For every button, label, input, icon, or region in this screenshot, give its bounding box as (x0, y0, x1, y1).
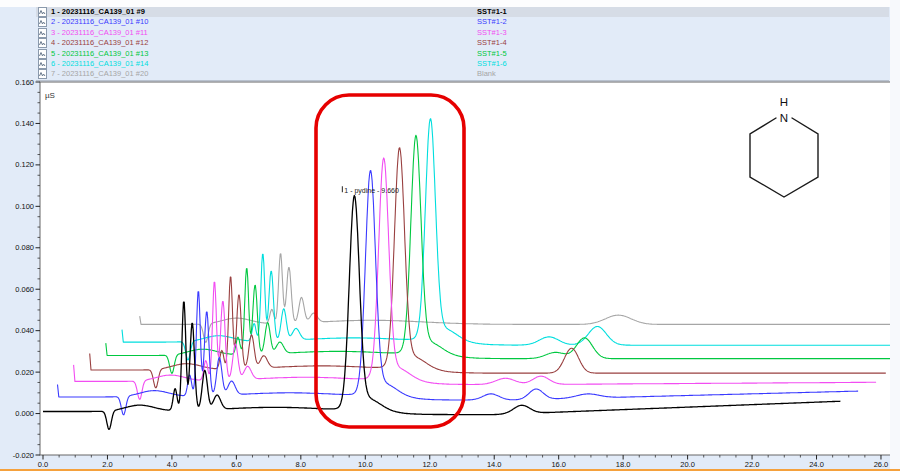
chromatogram-icon (38, 7, 47, 17)
legend-series-name: 6 - 20231116_CA139_01 #14 (51, 59, 148, 70)
y-tick-label: 0.080 (15, 243, 34, 252)
legend-sample-name: Blank (477, 69, 496, 80)
x-tick-label: 14.0 (487, 460, 502, 469)
nitrogen-label: N (780, 112, 788, 124)
top-edge (0, 0, 900, 7)
chromatogram-icon (38, 69, 47, 79)
x-tick-label: 26.0 (874, 460, 889, 469)
legend-series-name: 5 - 20231116_CA139_01 #13 (51, 49, 148, 60)
x-tick-label: 8.0 (296, 460, 306, 469)
legend-row-7[interactable]: 7 - 20231116_CA139_01 #20 Blank (36, 69, 889, 79)
x-tick-label: 0.0 (38, 460, 48, 469)
x-tick-label: 2.0 (102, 460, 112, 469)
legend-series-name: 4 - 20231116_CA139_01 #12 (51, 38, 148, 49)
legend-sample-name: SST#1-3 (477, 28, 507, 39)
injection-legend: 1 - 20231116_CA139_01 #9 SST#1-1 2 - 202… (36, 7, 889, 81)
chromatogram-icon (38, 59, 47, 69)
x-tick-label: 10.0 (358, 460, 373, 469)
y-tick-label: 0.100 (15, 202, 34, 211)
y-tick-label: 0.140 (15, 119, 34, 128)
legend-sample-name: SST#1-4 (477, 38, 507, 49)
x-tick-label: 4.0 (167, 460, 177, 469)
x-tick-label: 16.0 (551, 460, 566, 469)
y-axis-unit-label: µS (45, 91, 55, 100)
y-tick-label: 0.040 (15, 326, 34, 335)
y-tick-label: -0.020 (13, 451, 34, 460)
chromatogram-icon (38, 38, 47, 48)
x-tick-label: 20.0 (680, 460, 695, 469)
y-tick-label: 0.160 (15, 78, 34, 87)
x-tick-label: 22.0 (745, 460, 760, 469)
legend-series-name: 1 - 20231116_CA139_01 #9 (51, 7, 145, 18)
legend-sample-name: SST#1-2 (477, 17, 507, 28)
plot-area (40, 82, 893, 455)
y-tick-label: 0.000 (15, 409, 34, 418)
legend-sample-name: SST#1-6 (477, 59, 507, 70)
legend-row-5[interactable]: 5 - 20231116_CA139_01 #13 SST#1-5 (36, 49, 889, 59)
legend-series-name: 2 - 20231116_CA139_01 #10 (51, 17, 148, 28)
chromatogram-icon (38, 49, 47, 59)
x-tick-label: 12.0 (422, 460, 437, 469)
legend-row-3[interactable]: 3 - 20231116_CA139_01 #11 SST#1-3 (36, 28, 889, 38)
y-tick-label: 0.020 (15, 368, 34, 377)
bottom-edge (0, 471, 900, 476)
x-tick-label: 6.0 (231, 460, 241, 469)
y-tick-label: 0.120 (15, 160, 34, 169)
legend-row-1[interactable]: 1 - 20231116_CA139_01 #9 SST#1-1 (36, 7, 889, 17)
x-tick-label: 18.0 (616, 460, 631, 469)
chromatogram-icon (38, 28, 47, 38)
chromatogram-icon (38, 17, 47, 27)
chromatogram-window: 0.02.04.06.08.010.012.014.016.018.020.02… (0, 0, 900, 476)
legend-sample-name: SST#1-1 (477, 7, 507, 18)
right-edge (890, 0, 900, 476)
legend-series-name: 7 - 20231116_CA139_01 #20 (51, 69, 148, 80)
x-tick-label: 24.0 (809, 460, 824, 469)
peak-label: 1 - pydine - 9.660 (344, 187, 399, 195)
legend-row-6[interactable]: 6 - 20231116_CA139_01 #14 SST#1-6 (36, 59, 889, 69)
legend-sample-name: SST#1-5 (477, 49, 507, 60)
hydrogen-label: H (780, 96, 788, 108)
legend-series-name: 3 - 20231116_CA139_01 #11 (51, 28, 148, 39)
legend-row-2[interactable]: 2 - 20231116_CA139_01 #10 SST#1-2 (36, 17, 889, 27)
legend-row-4[interactable]: 4 - 20231116_CA139_01 #12 SST#1-4 (36, 38, 889, 48)
y-tick-label: 0.060 (15, 285, 34, 294)
